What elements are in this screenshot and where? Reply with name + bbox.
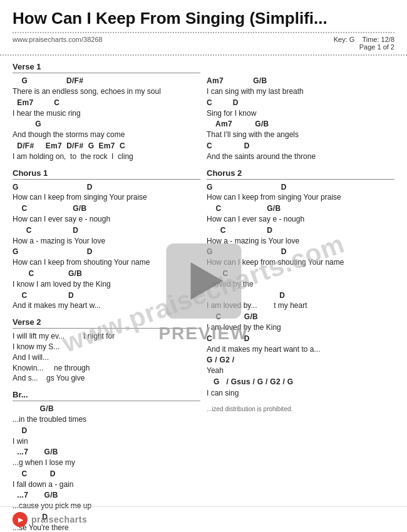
content-area: Verse 1 G D/F# There is an endless song,… <box>0 56 407 531</box>
c1-line4: G D How can I keep from shouting Your na… <box>13 247 200 268</box>
c1-line6: C D And it makes my heart w... <box>13 290 200 312</box>
c2-line8: C D And it makes my heart want to a... <box>207 334 394 355</box>
verse2-title: Verse 2 <box>13 317 200 327</box>
brand-play-icon: ▶ <box>18 516 23 523</box>
bridge-title: Br... <box>13 390 200 399</box>
c1-line5: C G/B I know I am loved by the King <box>13 269 200 290</box>
c2-line11: I can sing <box>207 388 394 399</box>
verse1-cont-section: Am7 G/B I can sing with my last breath C… <box>207 76 394 161</box>
c1-line3: C D How a - mazing is Your love <box>13 225 200 247</box>
verse2-section: Verse 2 I will lift my ev... t night for… <box>13 317 200 384</box>
verse1-line4: D/F# Em7 D/F# G Em7 C I am holding on, t… <box>13 141 200 162</box>
page-info: Page 1 of 2 <box>359 43 394 51</box>
header: How Can I Keep From Singing (Simplifi...… <box>0 0 407 56</box>
left-column: Verse 1 G D/F# There is an endless song,… <box>13 62 200 525</box>
verse1-line1: G D/F# There is an endless song, echoes … <box>13 76 200 97</box>
notice-section: ...ized distribution is prohibited. <box>207 405 394 414</box>
c2-line2: C G/B How can I ever say e - nough <box>207 203 394 225</box>
c1-line2: C G/B How can I ever say e - nough <box>13 203 200 225</box>
verse1-line2: Em7 C I hear the music ring <box>13 98 200 119</box>
br-line1: G/B ...in the troubled times <box>13 404 200 425</box>
br-line4: C D I fall down a - gain <box>13 469 200 490</box>
key-info: Key: G <box>334 36 355 43</box>
c2-line3: C D How a - mazing is Your love <box>207 225 394 247</box>
dotted-divider <box>13 32 394 33</box>
meta-row: www.praisecharts.com/38268 Key: G Time: … <box>13 36 394 51</box>
c2-line1: G D How can I keep from singing Your pra… <box>207 182 394 203</box>
c1-line1: G D How can I keep from singing Your pra… <box>13 182 200 203</box>
c2-line10: G / Gsus / G / G2 / G <box>207 377 394 387</box>
page-url: www.praisecharts.com/38268 <box>13 36 103 51</box>
bridge-hr <box>13 401 200 401</box>
footer: ▶ praisecharts <box>0 506 407 532</box>
br-line3: ...7 G/B ...g when I lose my <box>13 447 200 468</box>
verse1-title: Verse 1 <box>13 62 200 71</box>
c2-line9: G / G2 / Yeah <box>207 355 394 376</box>
chorus1-title: Chorus 1 <box>13 168 200 178</box>
chorus2-title: Chorus 2 <box>207 168 394 178</box>
chorus1-line <box>13 179 200 180</box>
brand-name: praisecharts <box>31 514 87 524</box>
notice-text: ...ized distribution is prohibited. <box>207 405 394 414</box>
chorus2-section: Chorus 2 G D How can I keep from singing… <box>207 168 394 399</box>
verse1-line3: G And though the storms may come <box>13 119 200 140</box>
chorus2-hr <box>207 179 394 180</box>
verse1-section: Verse 1 G D/F# There is an endless song,… <box>13 62 200 161</box>
brand-logo-icon: ▶ <box>13 512 28 527</box>
page-container: How Can I Keep From Singing (Simplifi...… <box>0 0 407 531</box>
page-title: How Can I Keep From Singing (Simplifi... <box>13 9 394 28</box>
verse1-line <box>13 73 200 73</box>
c2-line4: G D How can I keep from shouting Your na… <box>207 247 394 268</box>
v1c-line3: Am7 G/B That I'll sing with the angels <box>207 119 394 140</box>
right-column: Am7 G/B I can sing with my last breath C… <box>207 62 394 525</box>
v1c-line2: C D Sing for I know <box>207 98 394 119</box>
meta-right: Key: G Time: 12/8 Page 1 of 2 <box>334 36 394 51</box>
br-line2: D I win <box>13 426 200 447</box>
c2-line6: D I am loved by... t my heart <box>207 290 394 312</box>
verse2-line <box>13 328 200 329</box>
v1c-line1: Am7 G/B I can sing with my last breath <box>207 76 394 97</box>
time-info: Time: 12/8 <box>362 36 394 43</box>
v1c-line4: C D And the saints around the throne <box>207 141 394 162</box>
chorus1-section: Chorus 1 G D How can I keep from singing… <box>13 168 200 312</box>
c2-line7: C G/B I am loved by the King <box>207 312 394 333</box>
c2-line5: C ...loved by the <box>207 269 394 290</box>
